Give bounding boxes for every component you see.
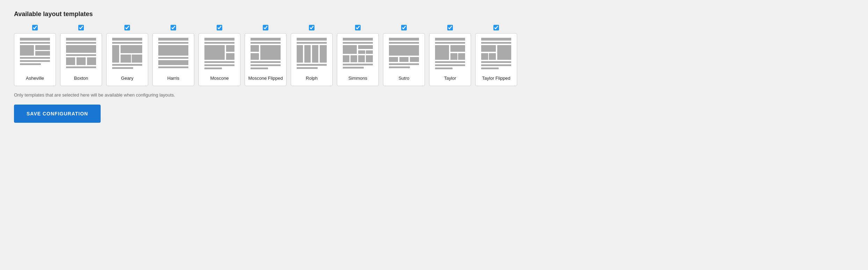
svg-rect-42 [260, 45, 281, 60]
svg-rect-18 [112, 45, 119, 63]
svg-rect-22 [112, 64, 142, 66]
template-card-moscone[interactable]: Moscone [198, 33, 240, 86]
template-name-harris: Harris [167, 76, 180, 81]
svg-rect-88 [497, 45, 511, 60]
preview-harris [158, 37, 189, 72]
checkbox-wrapper-simmons[interactable] [355, 25, 361, 32]
svg-rect-38 [251, 38, 281, 41]
template-card-simmons[interactable]: Simmons [337, 33, 379, 86]
svg-rect-5 [20, 57, 50, 59]
template-card-sutro[interactable]: Sutro [383, 33, 425, 86]
checkbox-harris[interactable] [171, 25, 176, 30]
preview-sutro [388, 37, 420, 72]
checkbox-moscone[interactable] [217, 25, 222, 30]
svg-rect-52 [297, 64, 327, 66]
templates-grid: Asheville Boxton [14, 25, 556, 86]
svg-rect-8 [66, 38, 96, 41]
svg-rect-37 [204, 68, 222, 69]
svg-rect-51 [320, 45, 327, 63]
svg-rect-29 [158, 66, 188, 68]
svg-rect-82 [435, 68, 453, 69]
checkbox-wrapper-taylor-flipped[interactable] [493, 25, 499, 32]
svg-rect-59 [366, 50, 373, 54]
template-name-simmons: Simmons [348, 76, 367, 81]
template-card-rolph[interactable]: Rolph [291, 33, 333, 86]
svg-rect-3 [35, 45, 50, 50]
svg-rect-68 [389, 45, 419, 56]
svg-rect-1 [20, 42, 50, 44]
checkbox-moscone-flipped[interactable] [263, 25, 268, 30]
template-item-geary: Geary [106, 25, 148, 86]
preview-taylor-flipped [480, 37, 512, 72]
template-item-rolph: Rolph [291, 25, 333, 86]
template-card-taylor-flipped[interactable]: Taylor Flipped [475, 33, 517, 86]
save-configuration-button[interactable]: SAVE CONFIGURATION [14, 105, 101, 123]
checkbox-simmons[interactable] [355, 25, 361, 30]
svg-rect-0 [20, 38, 50, 41]
svg-rect-67 [389, 42, 419, 44]
svg-rect-71 [410, 57, 419, 62]
svg-rect-44 [251, 64, 281, 66]
svg-rect-66 [389, 38, 419, 41]
svg-rect-72 [389, 63, 419, 65]
template-card-asheville[interactable]: Asheville [14, 33, 56, 86]
checkbox-taylor-flipped[interactable] [493, 25, 499, 30]
svg-rect-76 [435, 45, 449, 60]
template-card-boxton[interactable]: Boxton [60, 33, 102, 86]
page-container: Available layout templates Asheville [14, 10, 556, 123]
template-name-moscone: Moscone [210, 76, 229, 81]
template-item-asheville: Asheville [14, 25, 56, 86]
svg-rect-21 [132, 55, 142, 63]
template-card-taylor[interactable]: Taylor [429, 33, 471, 86]
svg-rect-30 [204, 38, 234, 41]
template-item-harris: Harris [152, 25, 194, 86]
checkbox-wrapper-rolph[interactable] [309, 25, 314, 32]
svg-rect-78 [450, 53, 457, 60]
svg-rect-35 [204, 61, 234, 63]
checkbox-geary[interactable] [124, 25, 130, 30]
svg-rect-80 [435, 61, 465, 63]
svg-rect-55 [343, 42, 373, 44]
svg-rect-15 [66, 66, 96, 68]
svg-rect-49 [304, 45, 311, 63]
svg-rect-83 [481, 38, 511, 41]
svg-rect-54 [343, 38, 373, 41]
checkbox-rolph[interactable] [309, 25, 314, 30]
checkbox-wrapper-taylor[interactable] [447, 25, 453, 32]
svg-rect-32 [204, 45, 225, 60]
checkbox-wrapper-moscone-flipped[interactable] [263, 25, 268, 32]
template-name-sutro: Sutro [398, 76, 409, 81]
svg-rect-23 [112, 67, 133, 69]
svg-rect-79 [458, 53, 465, 60]
svg-rect-81 [435, 64, 465, 66]
svg-rect-65 [343, 67, 364, 69]
checkbox-wrapper-boxton[interactable] [78, 25, 84, 32]
template-item-boxton: Boxton [60, 25, 102, 86]
checkbox-asheville[interactable] [32, 25, 38, 30]
svg-rect-56 [343, 45, 357, 54]
svg-rect-17 [112, 42, 142, 44]
svg-rect-28 [158, 60, 188, 65]
svg-rect-9 [66, 42, 96, 44]
checkbox-sutro[interactable] [401, 25, 407, 30]
checkbox-wrapper-sutro[interactable] [401, 25, 407, 32]
hint-text: Only templates that are selected here wi… [14, 92, 556, 98]
checkbox-wrapper-moscone[interactable] [217, 25, 222, 32]
checkbox-wrapper-harris[interactable] [171, 25, 176, 32]
checkbox-boxton[interactable] [78, 25, 84, 30]
checkbox-wrapper-asheville[interactable] [32, 25, 38, 32]
svg-rect-7 [20, 63, 41, 65]
svg-rect-34 [226, 53, 234, 60]
template-card-geary[interactable]: Geary [106, 33, 148, 86]
checkbox-taylor[interactable] [447, 25, 453, 30]
svg-rect-14 [87, 57, 96, 65]
svg-rect-69 [389, 57, 398, 62]
checkbox-wrapper-geary[interactable] [124, 25, 130, 32]
template-card-moscone-flipped[interactable]: Moscone Flipped [245, 33, 287, 86]
preview-moscone-flipped [250, 37, 281, 72]
svg-rect-11 [66, 54, 96, 56]
template-name-boxton: Boxton [74, 76, 88, 81]
template-card-harris[interactable]: Harris [152, 33, 194, 86]
svg-rect-13 [77, 57, 86, 65]
svg-rect-6 [20, 60, 50, 62]
